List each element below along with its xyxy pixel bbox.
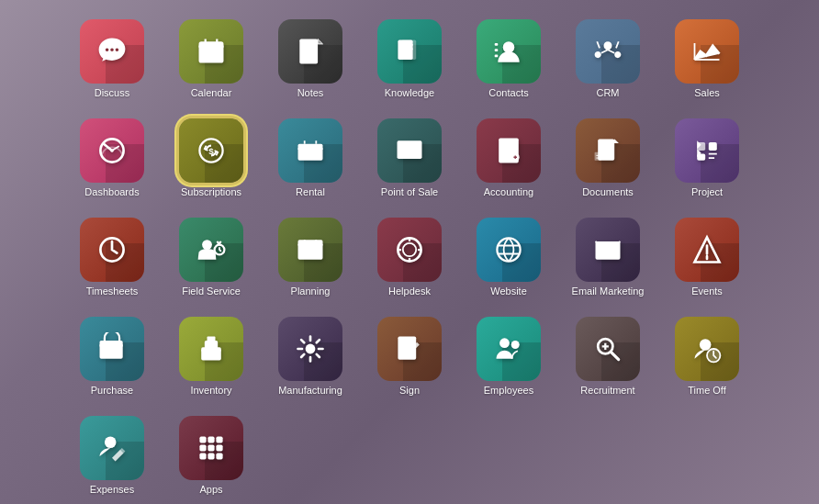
app-item-planning[interactable]: Planning [264,207,356,298]
app-label-sign: Sign [399,385,420,397]
app-item-project[interactable]: Project [661,107,753,199]
app-item-expenses[interactable]: Expenses [66,405,158,497]
svg-point-50 [511,341,520,349]
app-item-sign[interactable]: Sign [364,306,455,398]
app-item-calendar[interactable]: Calendar [165,8,257,100]
app-label-accounting: Accounting [484,186,533,198]
app-item-subscriptions[interactable]: $Subscriptions [165,107,257,199]
svg-rect-61 [199,454,206,460]
app-icon-knowledge [377,19,442,84]
app-item-crm[interactable]: CRM [562,8,654,100]
app-icon-inventory [179,317,243,381]
svg-rect-35 [310,249,320,252]
svg-rect-5 [208,56,213,60]
svg-rect-60 [216,445,222,452]
app-icon-dashboards [80,118,144,183]
svg-point-54 [105,437,117,449]
svg-point-31 [202,241,212,251]
svg-point-47 [306,344,316,354]
svg-rect-20 [301,152,309,157]
app-icon-website [477,218,541,282]
svg-rect-57 [216,437,222,443]
svg-point-39 [403,243,416,256]
app-item-knowledge[interactable]: Knowledge [364,8,455,100]
app-icon-field-service [179,218,243,282]
svg-rect-59 [208,445,214,452]
app-label-timesheets: Timesheets [86,286,138,297]
app-item-discuss[interactable]: Discuss [66,8,158,100]
svg-rect-27 [697,142,705,151]
app-icon-helpdesk [377,218,442,282]
app-item-sales[interactable]: Sales [661,8,753,100]
app-icon-subscriptions: $ [179,118,243,183]
app-icon-events [675,218,739,282]
app-label-purchase: Purchase [91,385,133,397]
app-item-purchase[interactable]: Purchase [66,306,158,398]
svg-rect-44 [201,348,221,361]
app-item-employees[interactable]: Employees [463,306,555,398]
app-icon-email-marketing [576,218,640,282]
svg-point-16 [110,150,114,153]
app-label-helpdesk: Helpdesk [388,286,431,297]
app-label-expenses: Expenses [90,484,134,496]
app-item-point-of-sale[interactable]: Point of Sale [364,107,455,199]
app-item-accounting[interactable]: Accounting [463,107,555,199]
svg-rect-29 [697,154,705,161]
app-item-events[interactable]: Events [661,207,753,298]
app-icon-sales [675,19,739,84]
svg-rect-46 [208,337,216,342]
app-icon-expenses [80,416,144,480]
app-item-website[interactable]: Website [463,207,555,298]
app-icon-contacts [477,19,541,84]
app-icon-planning [278,218,342,282]
app-label-contacts: Contacts [488,87,528,99]
app-item-inventory[interactable]: Inventory [165,306,257,398]
svg-rect-36 [301,254,306,257]
app-item-timesheets[interactable]: Timesheets [66,207,158,298]
app-label-documents: Documents [582,186,634,198]
app-item-apps[interactable]: Apps [165,405,257,497]
app-item-time-off[interactable]: Time Off [661,306,753,398]
app-item-recruitment[interactable]: Recruitment [562,306,654,398]
app-label-apps: Apps [199,484,222,496]
svg-rect-55 [199,437,206,443]
app-icon-documents [576,118,640,183]
app-label-sales: Sales [694,87,720,99]
app-icon-time-off [675,317,739,381]
app-icon-apps [179,416,243,480]
svg-text:$: $ [208,146,214,156]
svg-rect-3 [216,50,220,54]
app-label-crm: CRM [596,87,619,99]
svg-rect-34 [301,249,308,252]
app-item-manufacturing[interactable]: Manufacturing [264,306,356,398]
svg-point-40 [497,239,520,262]
app-item-rental[interactable]: Rental [264,107,356,199]
app-item-contacts[interactable]: Contacts [463,8,555,100]
svg-rect-6 [299,39,318,64]
app-icon-point-of-sale [377,118,442,183]
app-label-calendar: Calendar [191,87,232,99]
app-label-email-marketing: Email Marketing [572,286,645,297]
app-icon-calendar [179,19,243,84]
app-item-email-marketing[interactable]: Email Marketing [562,207,654,298]
app-item-field-service[interactable]: Field Service [165,207,257,298]
svg-rect-14 [495,55,499,58]
app-item-helpdesk[interactable]: Helpdesk [364,207,455,298]
app-icon-employees [477,317,541,381]
app-item-dashboards[interactable]: Dashboards [66,107,158,199]
app-label-rental: Rental [296,186,325,198]
app-item-notes[interactable]: Notes [264,8,356,100]
app-icon-rental [278,118,342,183]
svg-rect-43 [100,341,123,359]
svg-rect-63 [216,454,222,460]
app-label-website: Website [490,286,527,297]
app-item-documents[interactable]: Documents [562,107,654,199]
app-icon-manufacturing [278,317,342,381]
svg-rect-62 [208,454,214,460]
app-icon-timesheets [80,218,144,282]
svg-rect-37 [308,254,320,257]
app-label-employees: Employees [484,385,533,397]
svg-rect-2 [208,50,213,54]
svg-rect-12 [495,43,499,46]
app-label-dashboards: Dashboards [84,186,139,198]
